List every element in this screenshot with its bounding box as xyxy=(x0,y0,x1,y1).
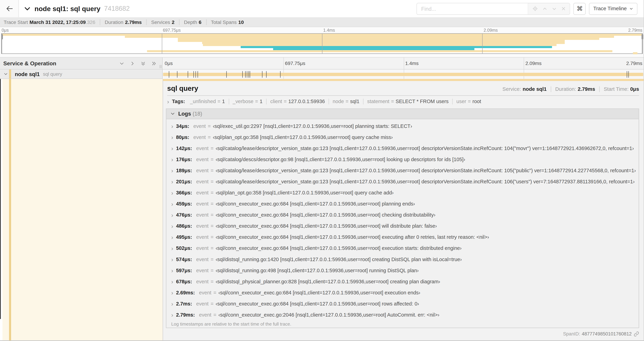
log-timestamp: 678μs: xyxy=(176,279,192,284)
clear-search-icon[interactable] xyxy=(561,6,566,11)
log-field-eq: = xyxy=(210,201,214,207)
detail-operation-title: sql query xyxy=(167,85,198,93)
app: node sql1: sql query 7418682 ⌘ Trace Tim… xyxy=(0,0,644,341)
log-row[interactable]: › 678μs: event = ‹sql/distsql_physical_p… xyxy=(166,276,639,287)
keyboard-shortcuts-button[interactable]: ⌘ xyxy=(574,3,586,15)
tag-item: client=127.0.0.1:59936 xyxy=(266,98,325,104)
log-row[interactable]: › 201μs: event = ‹sql/catalog/lease/desc… xyxy=(166,176,639,187)
log-row[interactable]: › 2.7ms: event = ‹sql/conn_executor_exec… xyxy=(166,298,639,309)
page-title: node sql1: sql query xyxy=(34,5,100,13)
viewport-left-handle[interactable] xyxy=(2,34,2,54)
trace-id: 7418682 xyxy=(104,5,130,12)
timeline-header-row: Service & Operation 0μs 697.75μs 1.4ms 2… xyxy=(0,57,644,70)
log-timestamp: 459μs: xyxy=(176,201,192,207)
minimap-span xyxy=(178,40,565,42)
tag-item: statement=SELECT * FROM users xyxy=(363,98,448,104)
log-row[interactable]: › 80μs: event = ‹sql/plan_opt.go:358 [ns… xyxy=(166,132,639,143)
log-marker-tick xyxy=(628,71,629,78)
span-row[interactable]: node sql1 sql query xyxy=(0,70,644,79)
log-field-value: ‹sql/exec_util.go:2297 [nsql1,client=127… xyxy=(213,123,412,129)
logs-count: (18) xyxy=(193,111,202,117)
log-row[interactable]: › 142μs: event = ‹sql/catalog/lease/desc… xyxy=(166,143,639,154)
chevron-right-icon: › xyxy=(171,168,173,173)
log-field-key: event xyxy=(196,256,208,262)
view-selector-label: Trace Timeline xyxy=(593,6,627,12)
chevron-right-icon: › xyxy=(171,223,173,229)
log-row[interactable]: › 476μs: event = ‹sql/conn_executor_exec… xyxy=(166,209,639,221)
log-row[interactable]: › 2.79ms: event = ‹sql/conn_executor_exe… xyxy=(166,309,639,320)
minimap-canvas[interactable] xyxy=(1,33,643,54)
log-marker-tick xyxy=(248,71,249,78)
chevron-right-icon: › xyxy=(171,245,173,251)
log-field-eq: = xyxy=(210,146,214,151)
span-collapse-chevron[interactable] xyxy=(4,72,8,76)
span-id-label: SpanID: xyxy=(563,331,580,336)
log-row[interactable]: › 189μs: event = ‹sql/catalog/lease/desc… xyxy=(166,165,639,176)
minimap-label: 697.75μs xyxy=(163,28,181,33)
log-row[interactable]: › 495μs: event = ‹sql/conn_executor_exec… xyxy=(166,232,639,243)
locate-icon[interactable] xyxy=(532,6,538,12)
minimap-span xyxy=(178,38,599,40)
log-timestamp: 80μs: xyxy=(176,134,189,140)
chevron-right-icon: › xyxy=(171,212,173,218)
expand-one-icon[interactable] xyxy=(130,61,135,66)
span-row-timeline-cell[interactable] xyxy=(163,70,644,79)
tags-row[interactable]: › Tags: _unfinished=1 _verbose=1 client=… xyxy=(167,97,639,105)
chevron-right-icon: › xyxy=(171,301,173,307)
expand-all-icon[interactable] xyxy=(151,61,156,66)
view-selector-button[interactable]: Trace Timeline xyxy=(589,3,638,15)
chevron-down-icon xyxy=(170,111,175,116)
viewport-right-handle[interactable] xyxy=(642,34,642,54)
log-row[interactable]: › 2.69ms: event = ‹sql/conn_executor_exe… xyxy=(166,287,639,298)
link-icon[interactable] xyxy=(634,331,639,336)
back-button[interactable] xyxy=(0,0,19,17)
log-field-key: event xyxy=(196,201,208,207)
minimap-gridline xyxy=(482,34,482,54)
minimap-span xyxy=(202,42,565,44)
log-field-value: ‹sql/conn_executor_exec.go:684 [nsql1,cl… xyxy=(218,290,420,296)
prev-match-icon[interactable] xyxy=(542,6,548,11)
trace-depth: Depth6 xyxy=(179,19,202,25)
detail-row-accent xyxy=(0,79,1,319)
log-row[interactable]: › 459μs: event = ‹sql/conn_executor_exec… xyxy=(166,198,639,209)
collapse-title-chevron[interactable] xyxy=(24,5,31,12)
span-row-name-cell[interactable]: node sql1 sql query xyxy=(0,70,162,79)
log-marker-tick xyxy=(226,71,226,78)
log-row[interactable]: › 597μs: event = ‹sql/distsql_running.go… xyxy=(166,265,639,276)
log-timestamp: 34μs: xyxy=(176,123,189,129)
log-field-eq: = xyxy=(214,290,216,296)
column-resize-grip[interactable] xyxy=(160,65,161,68)
scrubber-grip[interactable] xyxy=(642,34,643,40)
minimap-label: 2.09ms xyxy=(484,28,498,33)
collapse-all-icon[interactable] xyxy=(140,61,146,66)
scrubber-grip[interactable] xyxy=(1,34,2,40)
log-row[interactable]: › 486μs: event = ‹sql/conn_executor_exec… xyxy=(166,221,639,232)
page-bottom-border xyxy=(0,340,644,341)
log-row[interactable]: › 502μs: event = ‹sql/conn_executor_exec… xyxy=(166,243,639,254)
log-field-value: ‹sql/distsql_running.go:1420 [nsql1,clie… xyxy=(216,256,462,262)
log-field-value: ‹sql/conn_executor_exec.go:684 [nsql1,cl… xyxy=(216,212,436,218)
find-controls xyxy=(528,3,570,14)
log-row[interactable]: › 176μs: event = ‹sql/catalog/descs/desc… xyxy=(166,154,639,165)
span-bar-ticks xyxy=(163,70,644,79)
chevron-right-icon: › xyxy=(171,234,173,240)
log-field-value: ‹sql/plan_opt.go:358 [nsql1,client=127.0… xyxy=(213,134,393,140)
log-row[interactable]: › 574μs: event = ‹sql/distsql_running.go… xyxy=(166,254,639,265)
find-input[interactable] xyxy=(417,3,528,14)
log-field-key: event xyxy=(196,179,208,185)
chevron-right-icon: › xyxy=(171,290,173,296)
log-field-value: ‹sql/conn_executor_exec.go:684 [nsql1,cl… xyxy=(216,234,489,240)
logs-header[interactable]: Logs (18) xyxy=(166,109,639,119)
log-marker-tick xyxy=(196,71,196,78)
log-field-key: event xyxy=(196,245,208,251)
next-match-icon[interactable] xyxy=(552,6,557,11)
log-row[interactable]: › 366μs: event = ‹sql/plan_opt.go:358 [n… xyxy=(166,187,639,198)
collapse-one-icon[interactable] xyxy=(119,61,124,66)
log-field-key: event xyxy=(196,223,208,229)
log-marker-tick xyxy=(245,71,246,78)
logs-section: Logs (18) › 34μs: event = ‹sql/exec_util… xyxy=(166,108,639,328)
chevron-down-icon xyxy=(4,72,8,76)
log-row[interactable]: › 34μs: event = ‹sql/exec_util.go:2297 [… xyxy=(166,121,639,132)
chevron-down-icon xyxy=(629,7,634,11)
minimap-span xyxy=(273,48,474,50)
